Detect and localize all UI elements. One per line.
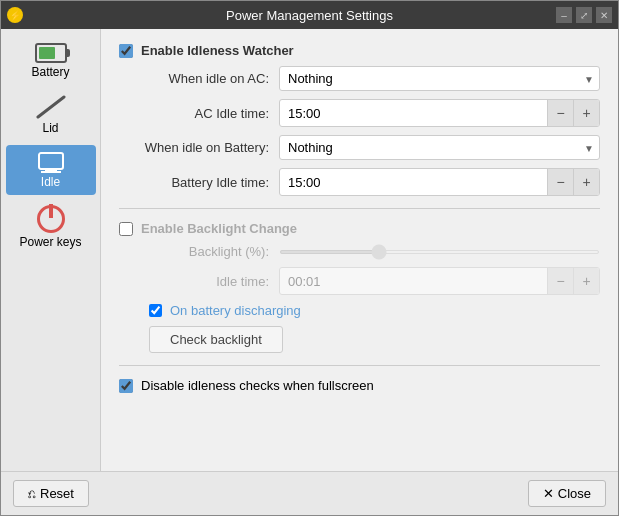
minimize-button[interactable]: – [556,7,572,23]
ac-idle-time-row: AC Idle time: − + [119,99,600,127]
battery-idle-time-label: Battery Idle time: [119,175,269,190]
sidebar-item-battery[interactable]: Battery [6,37,96,85]
when-idle-ac-row: When idle on AC: Nothing Suspend Hiberna… [119,66,600,91]
main-content: Battery Lid [1,29,618,471]
battery-idle-time-spinbox: − + [279,168,600,196]
idleness-watcher-label: Enable Idleness Watcher [141,43,294,58]
on-battery-discharging-label: On battery discharging [170,303,301,318]
battery-idle-time-input[interactable] [280,171,547,194]
backlight-section: Enable Backlight Change Backlight (%): I… [119,221,600,353]
battery-idle-time-increment[interactable]: + [573,169,599,195]
idleness-watcher-header: Enable Idleness Watcher [119,43,600,58]
close-icon: ✕ [543,486,554,501]
ac-idle-time-label: AC Idle time: [119,106,269,121]
titlebar: ⚡ Power Management Settings – ⤢ ✕ [1,1,618,29]
reset-label: Reset [40,486,74,501]
reset-button[interactable]: ⎌ Reset [13,480,89,507]
maximize-button[interactable]: ⤢ [576,7,592,23]
battery-idle-time-row: Battery Idle time: − + [119,168,600,196]
ac-idle-time-spinbox: − + [279,99,600,127]
titlebar-left: ⚡ [7,7,23,23]
idleness-watcher-section: Enable Idleness Watcher When idle on AC:… [119,43,600,196]
ac-idle-time-decrement[interactable]: − [547,100,573,126]
battery-idle-time-decrement[interactable]: − [547,169,573,195]
idle-icon [37,151,65,173]
backlight-idle-time-row: Idle time: − + [119,267,600,295]
lid-icon [36,95,66,119]
check-backlight-button[interactable]: Check backlight [149,326,283,353]
backlight-idle-time-label: Idle time: [119,274,269,289]
backlight-slider [279,250,600,254]
app-icon: ⚡ [7,7,23,23]
close-button[interactable]: ✕ Close [528,480,606,507]
sidebar-powerkeys-label: Power keys [19,235,81,249]
backlight-header: Enable Backlight Change [119,221,600,236]
backlight-percent-label: Backlight (%): [119,244,269,259]
power-icon [37,205,65,233]
sidebar-item-idle[interactable]: Idle [6,145,96,195]
svg-line-0 [38,97,64,117]
ac-idle-time-input[interactable] [280,102,547,125]
close-label: Close [558,486,591,501]
backlight-idle-time-spinbox: − + [279,267,600,295]
sidebar-lid-label: Lid [42,121,58,135]
fullscreen-row: Disable idleness checks when fullscreen [119,378,600,393]
svg-rect-1 [39,153,63,169]
when-idle-battery-dropdown[interactable]: Nothing Suspend Hibernate Shutdown Lock … [279,135,600,160]
fullscreen-label: Disable idleness checks when fullscreen [141,378,374,393]
sidebar-item-lid[interactable]: Lid [6,89,96,141]
when-idle-ac-dropdown-wrapper: Nothing Suspend Hibernate Shutdown Lock … [279,66,600,91]
fullscreen-checkbox[interactable] [119,379,133,393]
backlight-checkbox[interactable] [119,222,133,236]
when-idle-ac-dropdown[interactable]: Nothing Suspend Hibernate Shutdown Lock … [279,66,600,91]
when-idle-battery-label: When idle on Battery: [119,140,269,155]
when-idle-battery-dropdown-wrapper: Nothing Suspend Hibernate Shutdown Lock … [279,135,600,160]
backlight-idle-time-decrement: − [547,268,573,294]
backlight-percent-row: Backlight (%): [119,244,600,259]
backlight-idle-time-increment: + [573,268,599,294]
window-title: Power Management Settings [226,8,393,23]
sidebar-idle-label: Idle [41,175,60,189]
sidebar: Battery Lid [1,29,101,471]
idleness-watcher-checkbox[interactable] [119,44,133,58]
sidebar-battery-label: Battery [31,65,69,79]
divider-1 [119,208,600,209]
battery-icon [35,43,67,63]
backlight-idle-time-input [280,270,547,293]
settings-panel: Enable Idleness Watcher When idle on AC:… [101,29,618,471]
footer: ⎌ Reset ✕ Close [1,471,618,515]
sidebar-item-powerkeys[interactable]: Power keys [6,199,96,255]
titlebar-buttons: – ⤢ ✕ [556,7,612,23]
check-backlight-container: Check backlight [119,326,600,353]
when-idle-ac-label: When idle on AC: [119,71,269,86]
divider-2 [119,365,600,366]
reset-icon: ⎌ [28,486,36,501]
on-battery-discharging-checkbox[interactable] [149,304,162,317]
when-idle-battery-row: When idle on Battery: Nothing Suspend Hi… [119,135,600,160]
close-window-button[interactable]: ✕ [596,7,612,23]
ac-idle-time-increment[interactable]: + [573,100,599,126]
on-battery-discharging-row: On battery discharging [119,303,600,318]
backlight-label: Enable Backlight Change [141,221,297,236]
main-window: ⚡ Power Management Settings – ⤢ ✕ Batter… [0,0,619,516]
